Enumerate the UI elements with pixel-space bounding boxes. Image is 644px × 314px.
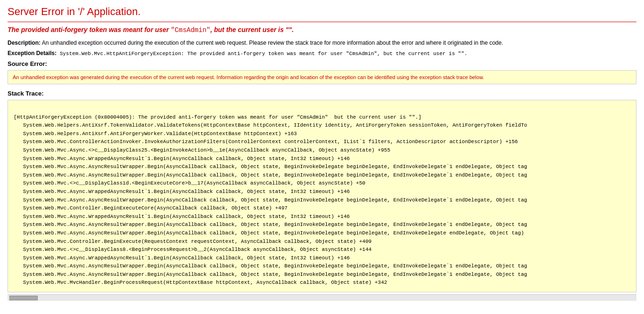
horizontal-scrollbar[interactable] (8, 294, 636, 301)
scrollbar-thumb[interactable] (9, 296, 38, 300)
exception-comma: , but the current user is (377, 51, 458, 56)
error-summary: The provided anti-forgery token was mean… (8, 26, 636, 34)
exception-label: Exception Details: (8, 50, 57, 56)
page-container: Server Error in '/' Application. The pro… (0, 0, 644, 306)
error-prefix: The provided anti-forgery token was mean… (8, 26, 171, 33)
description-label: Description: (8, 40, 41, 46)
error-user: "CmsAdmin" (171, 26, 210, 34)
exception-text: System.Web.Mvc.HttpAntiForgeryException:… (57, 51, 346, 56)
source-error-label: Source Error: (8, 60, 636, 67)
error-suffix: "". (286, 26, 294, 33)
page-title: Server Error in '/' Application. (8, 6, 636, 22)
exception-details-block: Exception Details: System.Web.Mvc.HttpAn… (8, 50, 636, 56)
description-block: Description: An unhandled exception occu… (8, 40, 636, 46)
source-error-box: An unhandled exception was generated dur… (8, 70, 636, 84)
error-middle: , but the current user is (210, 26, 285, 33)
stack-trace-box: [HttpAntiForgeryException (0x80004005): … (8, 100, 636, 292)
description-text: An unhandled exception occurred during t… (41, 40, 503, 46)
stack-trace-label: Stack Trace: (8, 90, 636, 97)
exception-user: "CmsAdmin" (346, 51, 377, 56)
exception-empty: "". (458, 51, 468, 56)
